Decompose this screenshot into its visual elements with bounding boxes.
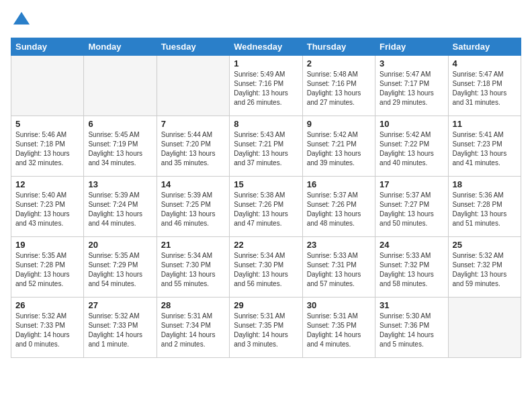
calendar-cell: 12Sunrise: 5:40 AM Sunset: 7:23 PM Dayli… [11, 177, 84, 237]
header-sunday: Sunday [11, 38, 84, 56]
day-info: Sunrise: 5:38 AM Sunset: 7:26 PM Dayligh… [234, 191, 298, 228]
day-info: Sunrise: 5:34 AM Sunset: 7:30 PM Dayligh… [161, 251, 225, 289]
day-number: 16 [307, 179, 371, 189]
week-row-4: 26Sunrise: 5:32 AM Sunset: 7:33 PM Dayli… [11, 298, 521, 358]
day-info: Sunrise: 5:30 AM Sunset: 7:36 PM Dayligh… [380, 312, 443, 349]
day-number: 2 [307, 58, 371, 68]
calendar-table: SundayMondayTuesdayWednesdayThursdayFrid… [11, 38, 521, 358]
calendar-cell: 14Sunrise: 5:39 AM Sunset: 7:25 PM Dayli… [157, 177, 229, 237]
day-number: 1 [234, 58, 298, 68]
day-number: 9 [307, 119, 371, 129]
day-number: 10 [380, 119, 443, 129]
header-tuesday: Tuesday [157, 38, 229, 56]
day-number: 17 [380, 179, 443, 189]
calendar-cell [448, 298, 521, 358]
day-number: 26 [15, 300, 79, 310]
day-number: 31 [380, 300, 443, 310]
calendar-cell: 21Sunrise: 5:34 AM Sunset: 7:30 PM Dayli… [157, 237, 229, 298]
calendar-cell: 30Sunrise: 5:31 AM Sunset: 7:35 PM Dayli… [302, 298, 375, 358]
day-number: 15 [234, 179, 298, 189]
calendar-cell [11, 56, 84, 116]
day-info: Sunrise: 5:37 AM Sunset: 7:26 PM Dayligh… [307, 191, 371, 228]
day-number: 8 [234, 119, 298, 129]
header-friday: Friday [375, 38, 448, 56]
day-info: Sunrise: 5:35 AM Sunset: 7:28 PM Dayligh… [15, 251, 79, 289]
day-number: 5 [15, 119, 79, 129]
day-number: 23 [307, 240, 371, 250]
day-info: Sunrise: 5:33 AM Sunset: 7:32 PM Dayligh… [380, 251, 443, 289]
day-info: Sunrise: 5:40 AM Sunset: 7:23 PM Dayligh… [15, 191, 79, 228]
calendar-cell: 4Sunrise: 5:47 AM Sunset: 7:18 PM Daylig… [448, 56, 521, 116]
header-wednesday: Wednesday [230, 38, 302, 56]
calendar-cell: 11Sunrise: 5:41 AM Sunset: 7:23 PM Dayli… [448, 116, 521, 177]
day-info: Sunrise: 5:49 AM Sunset: 7:16 PM Dayligh… [234, 70, 298, 107]
calendar-cell: 17Sunrise: 5:37 AM Sunset: 7:27 PM Dayli… [375, 177, 448, 237]
day-info: Sunrise: 5:31 AM Sunset: 7:35 PM Dayligh… [234, 312, 298, 349]
day-number: 24 [380, 240, 443, 250]
day-info: Sunrise: 5:31 AM Sunset: 7:34 PM Dayligh… [161, 312, 225, 349]
header-row: SundayMondayTuesdayWednesdayThursdayFrid… [11, 38, 521, 56]
day-info: Sunrise: 5:42 AM Sunset: 7:22 PM Dayligh… [380, 130, 443, 168]
week-row-2: 12Sunrise: 5:40 AM Sunset: 7:23 PM Dayli… [11, 177, 521, 237]
day-number: 27 [88, 300, 152, 310]
logo [11, 11, 31, 30]
day-info: Sunrise: 5:32 AM Sunset: 7:33 PM Dayligh… [88, 312, 152, 349]
calendar-cell: 29Sunrise: 5:31 AM Sunset: 7:35 PM Dayli… [230, 298, 302, 358]
day-info: Sunrise: 5:37 AM Sunset: 7:27 PM Dayligh… [380, 191, 443, 228]
day-info: Sunrise: 5:39 AM Sunset: 7:24 PM Dayligh… [88, 191, 152, 228]
calendar-cell: 13Sunrise: 5:39 AM Sunset: 7:24 PM Dayli… [84, 177, 157, 237]
calendar-cell [84, 56, 157, 116]
day-info: Sunrise: 5:36 AM Sunset: 7:28 PM Dayligh… [453, 191, 517, 228]
day-number: 30 [307, 300, 371, 310]
calendar-cell: 31Sunrise: 5:30 AM Sunset: 7:36 PM Dayli… [375, 298, 448, 358]
day-info: Sunrise: 5:45 AM Sunset: 7:19 PM Dayligh… [88, 130, 152, 168]
day-number: 7 [161, 119, 225, 129]
day-info: Sunrise: 5:31 AM Sunset: 7:35 PM Dayligh… [307, 312, 371, 349]
calendar-cell: 2Sunrise: 5:48 AM Sunset: 7:16 PM Daylig… [302, 56, 375, 116]
day-info: Sunrise: 5:32 AM Sunset: 7:33 PM Dayligh… [15, 312, 79, 349]
calendar-cell: 22Sunrise: 5:34 AM Sunset: 7:30 PM Dayli… [230, 237, 302, 298]
calendar-cell: 6Sunrise: 5:45 AM Sunset: 7:19 PM Daylig… [84, 116, 157, 177]
day-number: 18 [453, 179, 517, 189]
day-info: Sunrise: 5:39 AM Sunset: 7:25 PM Dayligh… [161, 191, 225, 228]
day-number: 13 [88, 179, 152, 189]
day-info: Sunrise: 5:35 AM Sunset: 7:29 PM Dayligh… [88, 251, 152, 289]
day-info: Sunrise: 5:34 AM Sunset: 7:30 PM Dayligh… [234, 251, 298, 289]
calendar-cell: 5Sunrise: 5:46 AM Sunset: 7:18 PM Daylig… [11, 116, 84, 177]
day-number: 22 [234, 240, 298, 250]
calendar-cell: 15Sunrise: 5:38 AM Sunset: 7:26 PM Dayli… [230, 177, 302, 237]
day-info: Sunrise: 5:33 AM Sunset: 7:31 PM Dayligh… [307, 251, 371, 289]
day-info: Sunrise: 5:42 AM Sunset: 7:21 PM Dayligh… [307, 130, 371, 168]
day-number: 29 [234, 300, 298, 310]
calendar-cell: 18Sunrise: 5:36 AM Sunset: 7:28 PM Dayli… [448, 177, 521, 237]
week-row-0: 1Sunrise: 5:49 AM Sunset: 7:16 PM Daylig… [11, 56, 521, 116]
day-number: 25 [453, 240, 517, 250]
calendar-cell: 7Sunrise: 5:44 AM Sunset: 7:20 PM Daylig… [157, 116, 229, 177]
day-number: 3 [380, 58, 443, 68]
calendar-cell: 19Sunrise: 5:35 AM Sunset: 7:28 PM Dayli… [11, 237, 84, 298]
calendar-cell: 27Sunrise: 5:32 AM Sunset: 7:33 PM Dayli… [84, 298, 157, 358]
calendar-cell [157, 56, 229, 116]
day-number: 20 [88, 240, 152, 250]
calendar-cell: 28Sunrise: 5:31 AM Sunset: 7:34 PM Dayli… [157, 298, 229, 358]
svg-marker-0 [13, 12, 30, 25]
day-info: Sunrise: 5:47 AM Sunset: 7:17 PM Dayligh… [380, 70, 443, 107]
calendar-cell: 25Sunrise: 5:32 AM Sunset: 7:32 PM Dayli… [448, 237, 521, 298]
day-info: Sunrise: 5:43 AM Sunset: 7:21 PM Dayligh… [234, 130, 298, 168]
day-number: 11 [453, 119, 517, 129]
logo-icon [12, 11, 31, 30]
calendar-cell: 1Sunrise: 5:49 AM Sunset: 7:16 PM Daylig… [230, 56, 302, 116]
day-number: 14 [161, 179, 225, 189]
page-header [11, 11, 521, 30]
day-number: 28 [161, 300, 225, 310]
calendar-cell: 26Sunrise: 5:32 AM Sunset: 7:33 PM Dayli… [11, 298, 84, 358]
calendar-cell: 9Sunrise: 5:42 AM Sunset: 7:21 PM Daylig… [302, 116, 375, 177]
day-info: Sunrise: 5:41 AM Sunset: 7:23 PM Dayligh… [453, 130, 517, 168]
calendar-cell: 23Sunrise: 5:33 AM Sunset: 7:31 PM Dayli… [302, 237, 375, 298]
calendar-cell: 8Sunrise: 5:43 AM Sunset: 7:21 PM Daylig… [230, 116, 302, 177]
day-number: 4 [453, 58, 517, 68]
day-number: 6 [88, 119, 152, 129]
day-number: 19 [15, 240, 79, 250]
day-number: 21 [161, 240, 225, 250]
calendar-cell: 16Sunrise: 5:37 AM Sunset: 7:26 PM Dayli… [302, 177, 375, 237]
